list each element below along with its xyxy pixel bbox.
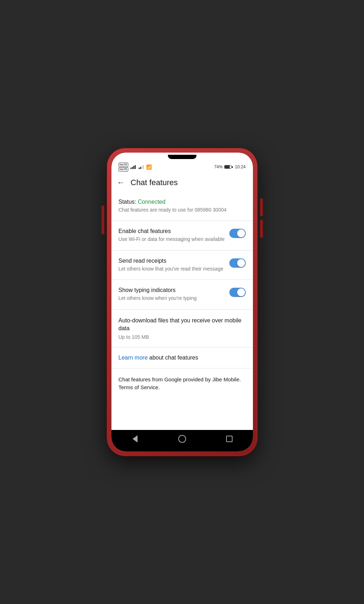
volte-badge-1: VoLTE: [119, 163, 128, 167]
screen-content: VoLTE VoLTE 📶: [111, 153, 253, 451]
auto-download-section[interactable]: Auto-download files that you receive ove…: [111, 310, 253, 347]
enable-chat-title: Enable chat features: [119, 228, 225, 234]
typing-indicators-knob: [237, 288, 245, 296]
signal-bars-1: [130, 165, 136, 169]
enable-chat-row: Enable chat features Use Wi-Fi or data f…: [119, 228, 246, 243]
nav-back-button[interactable]: [128, 434, 142, 444]
volume-left-button[interactable]: [101, 206, 104, 234]
status-right: 74% 10:24: [214, 164, 245, 169]
read-receipts-text: Send read receipts Let others know that …: [119, 258, 225, 273]
phone-screen: VoLTE VoLTE 📶: [111, 153, 253, 451]
learn-more-rest: about chat features: [148, 355, 198, 361]
read-receipts-section: Send read receipts Let others know that …: [111, 251, 253, 280]
typing-indicators-title: Show typing indicators: [119, 287, 225, 293]
auto-download-subtitle: Up to 105 MB: [119, 334, 246, 340]
wifi-icon: 📶: [146, 164, 152, 170]
bar7: [141, 166, 143, 169]
status-value: Connected: [138, 199, 165, 205]
volume-up-button[interactable]: [260, 198, 263, 216]
status-label: Status:: [119, 199, 138, 205]
auto-download-title: Auto-download files that you receive ove…: [119, 317, 246, 333]
header: ← Chat features: [111, 174, 253, 192]
page-content: ← Chat features Status: Connected Chat f…: [111, 174, 253, 430]
battery-percent: 74%: [214, 164, 223, 169]
nav-bar: [111, 430, 253, 451]
back-triangle-icon: [133, 435, 138, 442]
typing-indicators-toggle-container: [229, 287, 246, 297]
learn-more-section: Learn more about chat features: [111, 347, 253, 368]
enable-chat-text: Enable chat features Use Wi-Fi or data f…: [119, 228, 225, 243]
read-receipts-row: Send read receipts Let others know that …: [119, 258, 246, 273]
typing-indicators-section: Show typing indicators Let others know w…: [111, 280, 253, 310]
bar2: [132, 167, 133, 169]
bar5: [139, 168, 140, 169]
battery-body: [224, 165, 231, 169]
enable-chat-toggle-container: [229, 228, 246, 238]
read-receipts-subtitle: Let others know that you've read their m…: [119, 266, 225, 273]
read-receipts-toggle-container: [229, 258, 246, 268]
notch: [168, 155, 196, 159]
typing-indicators-subtitle: Let others know when you're typing: [119, 295, 225, 302]
enable-chat-knob: [237, 229, 245, 237]
enable-chat-toggle[interactable]: [229, 229, 246, 238]
typing-indicators-text: Show typing indicators Let others know w…: [119, 287, 225, 302]
time-display: 10:24: [235, 164, 245, 169]
terms-text: Chat features from Google provided by Ji…: [119, 376, 246, 392]
nav-recents-button[interactable]: [222, 434, 236, 444]
status-section: Status: Connected Chat features are read…: [111, 192, 253, 221]
status-left: VoLTE VoLTE 📶: [119, 163, 152, 172]
status-bar: VoLTE VoLTE 📶: [111, 159, 253, 174]
page-title: Chat features: [131, 178, 178, 187]
back-button[interactable]: ←: [117, 179, 125, 187]
signal-bars-2: [139, 165, 144, 169]
phone-frame: VoLTE VoLTE 📶: [107, 148, 257, 456]
enable-chat-subtitle: Use Wi-Fi or data for messaging when ava…: [119, 236, 225, 243]
bar1: [130, 168, 131, 169]
terms-section: Chat features from Google provided by Ji…: [111, 368, 253, 399]
learn-more-link[interactable]: Learn more: [119, 355, 148, 361]
enable-chat-section: Enable chat features Use Wi-Fi or data f…: [111, 221, 253, 251]
volume-down-button[interactable]: [260, 220, 263, 238]
bar4: [135, 165, 136, 169]
battery-icon: [224, 165, 233, 169]
bar3: [133, 166, 134, 169]
battery-tip: [232, 166, 233, 168]
status-description: Chat features are ready to use for 08598…: [119, 207, 246, 214]
read-receipts-knob: [237, 259, 245, 267]
typing-indicators-row: Show typing indicators Let others know w…: [119, 287, 246, 302]
notch-bar: [111, 153, 253, 159]
battery-fill: [225, 165, 229, 168]
home-circle-icon: [178, 435, 186, 443]
bar8: [143, 165, 144, 169]
read-receipts-title: Send read receipts: [119, 258, 225, 264]
recents-square-icon: [226, 436, 233, 442]
learn-more-text: Learn more about chat features: [119, 355, 198, 361]
bar6: [140, 167, 141, 169]
nav-home-button[interactable]: [175, 434, 189, 444]
status-line: Status: Connected: [119, 199, 246, 205]
typing-indicators-toggle[interactable]: [229, 288, 246, 297]
read-receipts-toggle[interactable]: [229, 258, 246, 268]
volte-badge-2: VoLTE: [119, 167, 128, 172]
